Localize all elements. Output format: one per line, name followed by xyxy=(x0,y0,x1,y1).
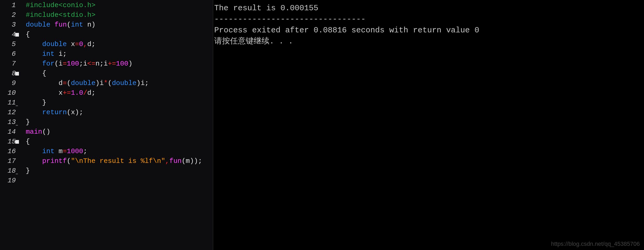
token-id: i xyxy=(59,60,63,68)
fold-marker-icon[interactable] xyxy=(15,33,19,37)
console-line: The result is 0.000155 xyxy=(214,3,643,14)
token-id: d xyxy=(87,40,91,48)
token-semi: ; xyxy=(63,50,67,58)
token-par: ) xyxy=(91,21,96,29)
code-area[interactable]: #include<conio.h>#include<stdio.h>double… xyxy=(18,1,213,250)
token-semi: ; xyxy=(91,89,96,97)
code-line[interactable]: x+=1.0/d; xyxy=(26,88,213,98)
token-kw: double xyxy=(71,79,96,87)
code-line[interactable]: } xyxy=(26,166,213,176)
token-id: m xyxy=(186,157,190,165)
token-id xyxy=(26,69,42,77)
line-number: 13 xyxy=(0,117,16,127)
token-kw: return xyxy=(42,108,67,116)
code-line[interactable]: for(i=100;i<=n;i+=100) xyxy=(26,59,213,69)
code-line[interactable]: int i; xyxy=(26,49,213,59)
token-num: 1.0 xyxy=(71,89,83,97)
code-line[interactable]: } xyxy=(26,117,213,127)
token-op: , xyxy=(83,40,87,48)
token-par: ( xyxy=(108,79,112,87)
code-line[interactable]: printf("\nThe result is %lf\n",fun(m)); xyxy=(26,156,213,166)
console-line: 请按任意键继续. . . xyxy=(214,36,643,47)
code-line[interactable]: { xyxy=(26,137,213,147)
token-par: ( xyxy=(182,157,186,165)
token-br: { xyxy=(42,69,46,77)
fold-marker-icon[interactable] xyxy=(15,72,19,76)
fold-marker-icon[interactable] xyxy=(15,140,19,144)
line-number: 4 xyxy=(0,30,16,39)
token-id xyxy=(26,60,42,68)
line-number: 12 xyxy=(0,108,16,117)
token-num: 100 xyxy=(116,60,128,68)
line-number: 1 xyxy=(0,1,16,10)
token-par: ( xyxy=(67,157,71,165)
token-semi: ; xyxy=(91,40,96,48)
token-op: = xyxy=(63,60,67,68)
token-num: 1000 xyxy=(67,147,83,155)
token-str: "\nThe result is %lf\n" xyxy=(71,157,165,165)
token-op: = xyxy=(63,147,67,155)
code-line[interactable] xyxy=(26,176,213,186)
token-id: x xyxy=(71,108,75,116)
token-id: d xyxy=(87,89,91,97)
line-number-gutter: 12345678910111213141516171819 xyxy=(0,1,18,250)
code-line[interactable]: #include<conio.h> xyxy=(26,1,213,10)
token-kw: double xyxy=(112,79,137,87)
console-line: -------------------------------- xyxy=(214,14,643,25)
token-semi: ; xyxy=(198,157,202,165)
token-semi: ; xyxy=(83,147,87,155)
code-line[interactable]: #include<stdio.h> xyxy=(26,10,213,20)
fold-end-icon xyxy=(16,174,18,174)
token-br: } xyxy=(42,99,46,107)
token-par: ( xyxy=(67,108,71,116)
token-op: <= xyxy=(87,60,95,68)
token-kw: int xyxy=(71,21,87,29)
code-line[interactable]: int m=1000; xyxy=(26,147,213,156)
token-kw: double xyxy=(42,40,71,48)
code-line[interactable]: { xyxy=(26,69,213,78)
token-op: * xyxy=(104,79,108,87)
line-number: 6 xyxy=(0,49,16,59)
token-semi: ; xyxy=(79,108,83,116)
token-fn: main xyxy=(26,128,42,136)
token-id: i xyxy=(59,50,63,58)
console-line: Process exited after 0.08816 seconds wit… xyxy=(214,25,643,36)
line-number: 9 xyxy=(0,78,16,88)
token-num: 100 xyxy=(67,60,79,68)
token-num: 0 xyxy=(79,40,83,48)
code-line[interactable]: { xyxy=(26,30,213,39)
token-id xyxy=(26,108,42,116)
code-line[interactable]: } xyxy=(26,98,213,108)
token-br: { xyxy=(26,31,30,38)
console-output-panel[interactable]: The result is 0.000155------------------… xyxy=(213,0,644,250)
code-line[interactable]: double x=0,d; xyxy=(26,39,213,49)
token-fn: fun xyxy=(54,21,67,29)
line-number: 3 xyxy=(0,20,16,30)
line-number: 11 xyxy=(0,98,16,108)
token-par: ( xyxy=(54,60,59,68)
code-line[interactable]: d=(double)i*(double)i; xyxy=(26,78,213,88)
token-par: ) xyxy=(95,79,100,87)
fold-end-icon xyxy=(16,106,18,106)
code-line[interactable]: double fun(int n) xyxy=(26,20,213,30)
token-kw: for xyxy=(42,60,54,68)
code-line[interactable]: main() xyxy=(26,127,213,137)
code-line[interactable]: return(x); xyxy=(26,108,213,117)
line-number: 14 xyxy=(0,127,16,137)
line-number: 16 xyxy=(0,147,16,156)
line-number: 2 xyxy=(0,10,16,20)
fold-end-icon xyxy=(16,125,18,126)
token-id xyxy=(26,40,42,48)
token-pp: #include<conio.h> xyxy=(26,1,95,9)
line-number: 19 xyxy=(0,176,16,186)
token-semi: ; xyxy=(100,60,104,68)
line-number: 8 xyxy=(0,69,16,78)
line-number: 18 xyxy=(0,166,16,176)
token-id: n xyxy=(95,60,100,68)
code-editor-panel: 12345678910111213141516171819 #include<c… xyxy=(0,0,213,250)
token-fn: fun xyxy=(169,157,182,165)
token-semi: ; xyxy=(79,60,83,68)
token-id xyxy=(26,50,42,58)
token-semi: ; xyxy=(145,79,149,87)
line-number: 17 xyxy=(0,156,16,166)
